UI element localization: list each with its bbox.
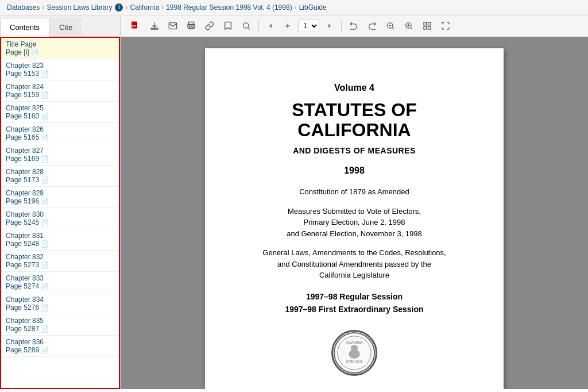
next-button[interactable]: [323, 20, 336, 32]
toc-item[interactable]: Chapter 834Page 5276 📄: [1, 293, 119, 314]
page-doc-icon: 📄: [41, 70, 49, 78]
page-doc-icon: 📄: [41, 304, 49, 312]
doc-session: 1997–98 Regular Session 1997–98 First Ex…: [239, 290, 469, 316]
toc-item[interactable]: Chapter 831Page 5248 📄: [1, 229, 119, 251]
toc-item[interactable]: Chapter 829Page 5196 📄: [1, 187, 119, 208]
page-doc-icon: 📄: [41, 91, 49, 99]
breadcrumb-session[interactable]: 1998 Regular Session 1998 Vol. 4 (1998): [166, 3, 292, 11]
undo-button[interactable]: [346, 20, 361, 32]
doc-page: Volume 4 STATUTES OF CALIFORNIA AND DIGE…: [205, 48, 504, 389]
print-button[interactable]: [184, 20, 199, 32]
toc-page-info: Page 5196 📄: [6, 197, 114, 205]
toc-page-info: Page 5165 📄: [6, 133, 114, 141]
page-doc-icon: 📄: [41, 325, 49, 333]
doc-title: STATUTES OF CALIFORNIA: [239, 100, 469, 140]
toolbar-sep-2: [341, 20, 342, 32]
toolbar-sep-1: [258, 20, 259, 32]
doc-text-2: Measures Submitted to Vote of Electors, …: [239, 206, 469, 240]
doc-viewer: Volume 4 STATUTES OF CALIFORNIA AND DIGE…: [121, 37, 588, 389]
toc-page-info: Page [i] 📄: [6, 48, 114, 56]
toc-item[interactable]: Chapter 828Page 5173 📄: [1, 166, 119, 187]
info-icon[interactable]: i: [115, 3, 123, 11]
breadcrumb-sep-2: ›: [125, 3, 127, 11]
page-doc-icon: 📄: [41, 113, 49, 120]
tab-cite[interactable]: Cite: [49, 18, 82, 36]
zoom-out-button[interactable]: [383, 20, 398, 32]
download-button[interactable]: [147, 20, 162, 32]
toc-item[interactable]: Chapter 833Page 5274 📄: [1, 272, 119, 293]
toc-chapter-name: Chapter 834: [6, 295, 114, 303]
breadcrumb-california[interactable]: California: [130, 3, 159, 11]
grid-button[interactable]: [420, 20, 435, 32]
breadcrumb: Databases › Session Laws Library i › Cal…: [0, 0, 588, 16]
page-doc-icon: 📄: [41, 240, 49, 248]
toc-chapter-name: Chapter 826: [6, 125, 114, 133]
link-button[interactable]: [202, 20, 217, 32]
doc-seal: CALIFORNIA STATE SEAL: [239, 330, 469, 376]
toc-chapter-name: Chapter 832: [6, 253, 114, 261]
page-select[interactable]: 1: [298, 20, 319, 32]
svg-text:CALIFORNIA: CALIFORNIA: [346, 341, 363, 344]
toc-item[interactable]: Chapter 823Page 5153 📄: [1, 59, 119, 80]
toc-item[interactable]: Chapter 835Page 5287 📄: [1, 314, 119, 336]
bookmark-button[interactable]: [220, 20, 235, 32]
toc-chapter-name: Chapter 825: [6, 104, 114, 112]
toc-item[interactable]: Chapter 824Page 5159 📄: [1, 80, 119, 102]
toc-item[interactable]: Chapter 830Page 5245 📄: [1, 208, 119, 229]
svg-rect-18: [428, 26, 431, 29]
toc-item[interactable]: Title PagePage [i] 📄: [1, 38, 119, 59]
svg-text:PDF: PDF: [132, 25, 137, 28]
main-container: Contents Cite Title PagePage [i] 📄Chapte…: [0, 16, 588, 389]
email-button[interactable]: [165, 20, 180, 32]
toc-page-info: Page 5159 📄: [6, 91, 114, 99]
page-doc-icon: 📄: [41, 176, 49, 184]
svg-point-26: [355, 345, 358, 348]
page-doc-icon: 📄: [31, 49, 39, 56]
state-seal: CALIFORNIA STATE SEAL: [331, 330, 377, 376]
breadcrumb-sep-1: ›: [42, 3, 44, 11]
breadcrumb-databases[interactable]: Databases: [7, 3, 40, 11]
svg-point-25: [351, 345, 353, 348]
page-doc-icon: 📄: [41, 283, 49, 290]
toc-item[interactable]: Chapter 826Page 5165 📄: [1, 123, 119, 144]
toc-page-info: Page 5153 📄: [6, 70, 114, 78]
breadcrumb-sep-4: ›: [295, 3, 297, 11]
svg-text:STATE SEAL: STATE SEAL: [346, 360, 363, 363]
redo-button[interactable]: [365, 20, 380, 32]
left-panel: Contents Cite Title PagePage [i] 📄Chapte…: [0, 16, 121, 389]
doc-volume: Volume 4: [239, 83, 469, 93]
search-button[interactable]: [239, 20, 254, 32]
svg-rect-16: [428, 22, 431, 25]
page-doc-icon: 📄: [41, 219, 49, 226]
toc-item[interactable]: Chapter 836Page 5289 📄: [1, 336, 119, 357]
toc-chapter-name: Chapter 835: [6, 317, 114, 325]
tab-bar: Contents Cite: [0, 16, 120, 37]
doc-year: 1998: [239, 166, 469, 176]
svg-point-7: [243, 23, 249, 28]
svg-rect-6: [189, 26, 194, 29]
breadcrumb-session-laws[interactable]: Session Laws Library: [47, 3, 112, 11]
breadcrumb-libguide[interactable]: LibGuide: [299, 3, 327, 11]
toc-chapter-name: Chapter 827: [6, 147, 114, 155]
toc-page-info: Page 5248 📄: [6, 240, 114, 248]
tab-contents[interactable]: Contents: [0, 18, 49, 37]
breadcrumb-sep-3: ›: [161, 3, 164, 11]
doc-text-1: Constitution of 1879 as Amended: [239, 186, 469, 198]
toc-chapter-name: Chapter 831: [6, 232, 114, 240]
pdf-button[interactable]: PDF: [127, 19, 144, 33]
prev-button[interactable]: [264, 20, 277, 32]
toc-item[interactable]: Chapter 827Page 5169 📄: [1, 144, 119, 166]
right-panel: PDF: [121, 16, 588, 389]
toc-page-info: Page 5289 📄: [6, 346, 114, 354]
toc-page-info: Page 5173 📄: [6, 176, 114, 184]
toc-item[interactable]: Chapter 832Page 5273 📄: [1, 251, 119, 272]
toc-item[interactable]: Chapter 825Page 5160 📄: [1, 102, 119, 123]
zoom-in-button[interactable]: [401, 20, 416, 32]
toc-chapter-name: Chapter 824: [6, 83, 114, 91]
toc-chapter-name: Title Page: [6, 40, 114, 48]
toc-container[interactable]: Title PagePage [i] 📄Chapter 823Page 5153…: [0, 37, 120, 389]
page-indicator-button[interactable]: [281, 20, 295, 32]
fullscreen-button[interactable]: [438, 20, 453, 32]
toc-page-info: Page 5287 📄: [6, 325, 114, 333]
page-doc-icon: 📄: [41, 347, 49, 354]
